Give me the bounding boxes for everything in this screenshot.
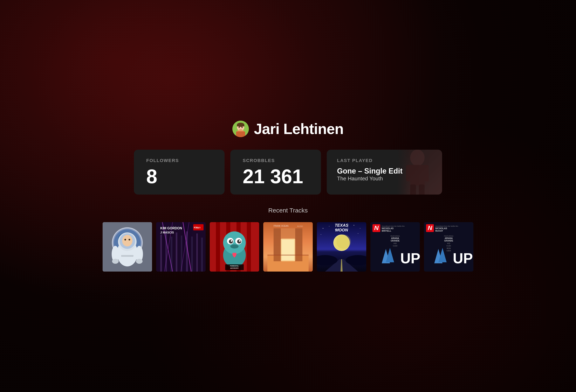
svg-rect-39	[191, 236, 193, 272]
svg-text:TEXAS: TEXAS	[335, 223, 348, 228]
svg-point-30	[136, 259, 143, 264]
svg-text:NICHOLAS: NICHOLAS	[382, 227, 394, 230]
svg-text:IVER: IVER	[446, 250, 451, 252]
svg-point-94	[336, 235, 351, 249]
svg-rect-26	[121, 255, 134, 257]
svg-point-88	[354, 225, 354, 226]
svg-point-68	[239, 240, 241, 242]
track-album-5[interactable]: TEXAS MOON	[317, 222, 366, 272]
profile-header: Jari Lehtinen	[232, 120, 344, 137]
svg-text:KID: KID	[447, 242, 450, 244]
svg-text:J MASCIS: J MASCIS	[160, 231, 174, 234]
followers-label: FOLLOWERS	[146, 158, 212, 163]
svg-point-90	[358, 233, 358, 234]
svg-text:ARIANA: ARIANA	[391, 237, 399, 239]
scrobbles-label: SCROBBLES	[243, 158, 309, 163]
svg-rect-78	[274, 228, 281, 261]
svg-text:FEATURING: FEATURING	[444, 235, 453, 237]
svg-text:ARIANA: ARIANA	[445, 237, 453, 239]
track-album-3[interactable]: PARENTAL ADVISORY	[210, 222, 259, 272]
svg-point-24	[124, 239, 126, 240]
svg-point-65	[229, 239, 233, 244]
svg-rect-36	[176, 233, 177, 272]
svg-rect-12	[410, 184, 416, 195]
svg-text:N: N	[374, 224, 379, 231]
svg-rect-33	[160, 235, 162, 272]
svg-point-4	[239, 127, 240, 128]
svg-text:rock: rock	[196, 226, 201, 229]
scrobbles-card: SCROBBLES 21 361	[230, 150, 321, 195]
svg-point-25	[129, 239, 130, 240]
svg-rect-77	[282, 240, 294, 260]
scrobbles-value: 21 361	[243, 167, 309, 186]
last-played-card: LAST PLAYED Gone – Single Edit The Haunt…	[327, 150, 442, 195]
svg-text:MOON: MOON	[335, 228, 348, 232]
svg-rect-3	[237, 125, 244, 126]
last-played-content: LAST PLAYED Gone – Single Edit The Haunt…	[337, 158, 432, 182]
svg-text:KIM GORDON: KIM GORDON	[160, 227, 182, 230]
svg-text:PARENTAL: PARENTAL	[230, 265, 239, 267]
svg-text:Soundtrack from the Netflix fi: Soundtrack from the Netflix film	[435, 225, 458, 227]
followers-value: 8	[146, 167, 212, 186]
svg-rect-60	[251, 222, 259, 272]
svg-rect-80	[267, 255, 309, 256]
svg-point-89	[360, 228, 360, 229]
svg-rect-79	[295, 228, 302, 261]
tracks-row: KIM GORDON J MASCIS KILL rock	[103, 222, 473, 272]
svg-text:CUDI: CUDI	[446, 245, 451, 247]
svg-rect-41	[201, 237, 203, 272]
svg-text:BLOND: BLOND	[297, 225, 303, 227]
svg-text:McKAY: McKAY	[435, 230, 443, 232]
track-album-2[interactable]: KIM GORDON J MASCIS KILL rock	[156, 222, 206, 272]
followers-card: FOLLOWERS 8	[134, 150, 225, 195]
track-album-6[interactable]: N Soundtrack from the Netflix film NICHO…	[370, 222, 420, 272]
svg-point-66	[237, 239, 241, 244]
svg-text:CUDI: CUDI	[393, 245, 397, 247]
svg-rect-13	[419, 184, 425, 195]
svg-point-91	[321, 234, 321, 235]
svg-text:Soundtrack from the Netflix fi: Soundtrack from the Netflix film	[382, 225, 404, 227]
last-played-label: LAST PLAYED	[337, 158, 373, 163]
svg-text:GRANDE: GRANDE	[391, 240, 400, 242]
svg-rect-40	[196, 234, 198, 272]
last-played-track-artist: The Haunted Youth	[337, 175, 432, 182]
svg-text:BRITELL: BRITELL	[382, 230, 391, 232]
svg-point-23	[122, 235, 132, 246]
svg-text:FEATURING: FEATURING	[390, 235, 400, 237]
username: Jari Lehtinen	[254, 120, 344, 137]
svg-rect-7	[236, 131, 245, 137]
svg-point-84	[323, 228, 323, 229]
svg-text:FRANK OCEAN: FRANK OCEAN	[274, 225, 288, 227]
svg-text:UP: UP	[400, 250, 420, 266]
svg-point-29	[112, 259, 119, 264]
svg-point-62	[223, 232, 246, 254]
stats-row: FOLLOWERS 8 SCROBBLES 21 361	[134, 150, 442, 195]
svg-text:UP: UP	[453, 250, 473, 266]
svg-text:ADVISORY: ADVISORY	[230, 267, 239, 269]
svg-point-67	[231, 240, 232, 242]
track-album-1[interactable]	[103, 222, 152, 272]
svg-text:BON: BON	[447, 247, 451, 249]
avatar	[232, 121, 249, 137]
svg-point-5	[241, 127, 243, 128]
svg-rect-59	[247, 222, 251, 272]
recent-tracks-title: Recent Tracks	[268, 207, 308, 214]
svg-text:KID: KID	[394, 242, 397, 244]
last-played-track-title: Gone – Single Edit	[337, 167, 432, 175]
track-album-4[interactable]: FRANK OCEAN BLOND	[263, 222, 313, 272]
svg-point-69	[230, 244, 239, 249]
svg-text:GRANDE: GRANDE	[444, 240, 453, 242]
track-album-7[interactable]: N Soundtrack from the Netflix film NICHO…	[424, 222, 473, 272]
svg-point-85	[329, 226, 329, 227]
recent-tracks-section: Recent Tracks	[103, 207, 473, 272]
svg-rect-52	[210, 222, 216, 272]
svg-text:NICHOLAS: NICHOLAS	[435, 227, 447, 230]
svg-text:N: N	[428, 224, 432, 231]
svg-rect-53	[216, 222, 220, 272]
